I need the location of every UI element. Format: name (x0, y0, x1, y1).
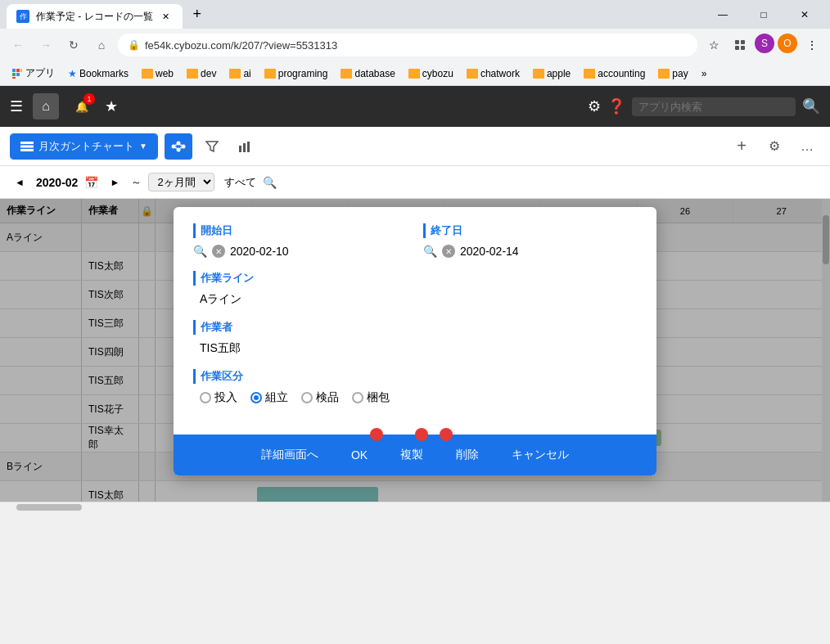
svg-point-14 (176, 141, 180, 145)
radio-tounyu[interactable]: 投入 (200, 390, 237, 405)
svg-rect-1 (741, 40, 745, 44)
bm-cybozu[interactable]: cybozu (404, 66, 458, 81)
active-tab[interactable]: 作 作業予定 - レコードの一覧 ✕ (7, 4, 183, 29)
bookmarks-bar: アプリ ★ Bookmarks web dev ai programing da… (0, 61, 830, 86)
browser-titlebar: 作 作業予定 - レコードの一覧 ✕ + — □ ✕ (0, 0, 830, 29)
radio-kumitate[interactable]: 組立 (250, 390, 288, 405)
end-date-field: 終了日 🔍 ✕ 2020-02-14 (423, 223, 637, 258)
calendar-icon[interactable]: 📅 (84, 176, 98, 189)
bm-apple-label: apple (547, 68, 571, 79)
radio-label-konpo: 梱包 (367, 390, 390, 405)
start-date-label: 開始日 (193, 223, 407, 238)
radio-konpo[interactable]: 梱包 (352, 390, 390, 405)
bm-accounting[interactable]: accounting (579, 66, 650, 81)
address-bar[interactable]: 🔒 fe54k.cybozu.com/k/207/?view=5531313 (118, 34, 697, 56)
back-button[interactable]: ← (7, 34, 29, 56)
search-icon: 🔍 (193, 245, 207, 258)
bm-web[interactable]: web (137, 66, 178, 81)
stats-button[interactable] (232, 133, 258, 160)
filter-button[interactable] (199, 133, 225, 160)
maximize-button[interactable]: □ (745, 0, 783, 29)
svg-line-18 (180, 144, 181, 146)
start-date-field: 開始日 🔍 ✕ 2020-02-10 (193, 223, 407, 258)
settings-button[interactable]: ⚙ (761, 133, 787, 160)
search-area: ⚙ ❓ 🔍 (588, 97, 820, 116)
bm-database-label: database (354, 68, 395, 79)
date-range-select[interactable]: 2ヶ月間 1ヶ月間 3ヶ月間 (148, 173, 214, 191)
hamburger-menu-icon[interactable]: ☰ (10, 97, 23, 115)
search-icon[interactable]: 🔍 (802, 97, 820, 115)
lock-icon: 🔒 (128, 39, 140, 51)
svg-rect-5 (16, 69, 20, 72)
svg-rect-6 (20, 69, 22, 72)
profile-s-avatar[interactable]: S (755, 34, 774, 53)
address-bar-row: ← → ↻ ⌂ 🔒 fe54k.cybozu.com/k/207/?view=5… (0, 29, 830, 61)
next-date-button[interactable]: ► (105, 173, 124, 192)
radio-label-kumitate: 組立 (265, 390, 288, 405)
help-icon[interactable]: ❓ (607, 97, 625, 115)
favorites-icon[interactable]: ★ (105, 97, 118, 115)
bm-apps-label: アプリ (25, 66, 55, 80)
radio-circle-kenhin (301, 392, 313, 403)
scroll-thumb[interactable] (16, 504, 82, 511)
home-button[interactable]: ⌂ (33, 93, 59, 119)
work-type-radio-group: 投入 組立 検品 梱包 (200, 390, 637, 405)
folder-icon (584, 69, 595, 79)
tab-close-button[interactable]: ✕ (160, 10, 173, 23)
more-options-button[interactable]: … (794, 133, 820, 160)
clear-start-date-button[interactable]: ✕ (212, 245, 225, 258)
notification-button[interactable]: 🔔 1 (69, 93, 95, 119)
bm-chatwork[interactable]: chatwork (462, 66, 525, 81)
view-main-button[interactable]: 月次ガントチャート ▼ (11, 134, 157, 159)
clear-end-date-button[interactable]: ✕ (442, 245, 455, 258)
svg-rect-22 (243, 143, 246, 152)
bm-ai[interactable]: ai (224, 66, 255, 81)
work-line-label: 作業ライン (193, 271, 637, 286)
app-header: ☰ ⌂ 🔔 1 ★ ⚙ ❓ 🔍 (0, 86, 830, 127)
view-selector[interactable]: 月次ガントチャート ▼ (10, 133, 158, 160)
search-filter-icon[interactable]: 🔍 (263, 176, 277, 189)
prev-date-button[interactable]: ◄ (10, 173, 29, 192)
svg-rect-2 (735, 46, 739, 50)
bookmarks-apps[interactable]: アプリ (7, 65, 60, 82)
new-tab-button[interactable]: + (186, 3, 209, 26)
window-controls: — □ ✕ (704, 0, 823, 29)
gear-icon[interactable]: ⚙ (588, 97, 601, 115)
svg-line-19 (175, 147, 176, 149)
bm-ai-label: ai (243, 68, 250, 79)
svg-line-20 (180, 147, 181, 149)
add-button[interactable]: + (729, 133, 755, 160)
delete-button[interactable]: 削除 (443, 441, 492, 469)
bm-pay[interactable]: pay (653, 66, 692, 81)
detail-button[interactable]: 詳細画面へ (248, 441, 332, 469)
search-input[interactable] (632, 97, 796, 116)
bm-apple[interactable]: apple (528, 66, 575, 81)
copy-button[interactable]: 複製 (387, 441, 436, 469)
forward-button[interactable]: → (34, 34, 57, 56)
bm-programing[interactable]: programing (259, 66, 333, 81)
profile-o-avatar[interactable]: O (778, 34, 797, 53)
bookmark-star-button[interactable]: ☆ (702, 34, 725, 56)
extensions-button[interactable] (729, 34, 751, 56)
bookmarks-bookmarks[interactable]: ★ Bookmarks (63, 66, 133, 81)
bm-database[interactable]: database (336, 66, 399, 81)
worker-field: 作業者 TIS五郎 (193, 320, 637, 356)
worker-value-row: TIS五郎 (193, 341, 637, 356)
work-line-text: Aライン (200, 292, 241, 307)
cancel-button[interactable]: キャンセル (498, 441, 582, 469)
url-text: fe54k.cybozu.com/k/207/?view=5531313 (145, 39, 688, 52)
horizontal-scrollbar[interactable] (0, 502, 830, 511)
chart-button[interactable] (165, 133, 192, 160)
home-button[interactable]: ⌂ (90, 34, 113, 56)
menu-button[interactable]: ⋮ (801, 34, 823, 56)
radio-kenhin[interactable]: 検品 (301, 390, 339, 405)
close-button[interactable]: ✕ (786, 0, 823, 29)
modal-dialog: 開始日 🔍 ✕ 2020-02-10 終了日 🔍 ✕ 2020-02-14 (174, 207, 656, 475)
notification-badge: 1 (83, 93, 95, 105)
minimize-button[interactable]: — (704, 0, 742, 29)
reload-button[interactable]: ↻ (62, 34, 85, 56)
ok-button[interactable]: OK (338, 442, 381, 468)
bm-dev[interactable]: dev (182, 66, 221, 81)
radio-circle-tounyu (200, 392, 211, 403)
bm-more[interactable]: » (697, 66, 712, 81)
